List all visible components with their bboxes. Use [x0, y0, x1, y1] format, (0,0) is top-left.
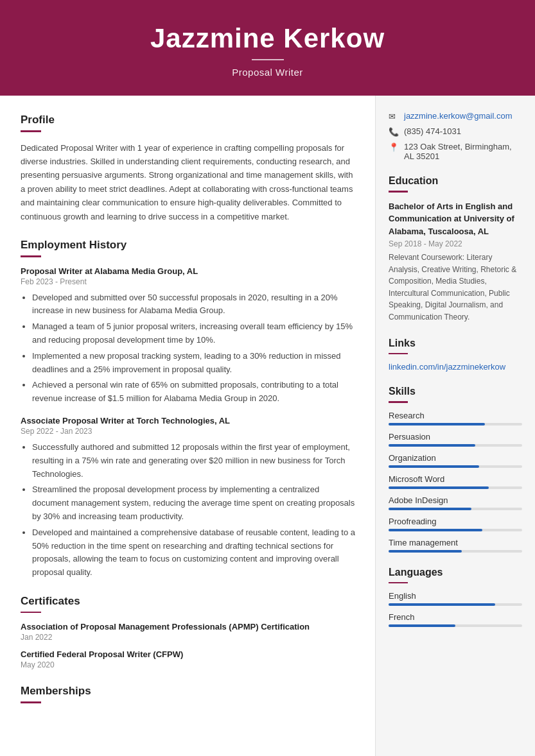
location-icon: 📍 — [389, 142, 399, 152]
job-2-bullet-2: Streamlined the proposal development pro… — [32, 483, 357, 523]
skill-item-5: Proofreading — [389, 517, 522, 531]
languages-list: English French — [389, 591, 522, 627]
skill-bar-fill-3 — [389, 486, 489, 489]
skills-list: Research Persuasion Organization Microso… — [389, 411, 522, 553]
employment-title: Employment History — [21, 239, 357, 252]
skill-item-1: Persuasion — [389, 432, 522, 447]
job-2: Associate Proposal Writer at Torch Techn… — [21, 416, 357, 580]
lang-bar-fill-1 — [389, 624, 455, 627]
contact-email: ✉ jazzmine.kerkow@gmail.com — [389, 111, 522, 121]
linkedin-link[interactable]: linkedin.com/in/jazzminekerkow — [389, 362, 505, 372]
skill-item-3: Microsoft Word — [389, 474, 522, 489]
job-2-dates: Sep 2022 - Jan 2023 — [21, 427, 357, 436]
email-link[interactable]: jazzmine.kerkow@gmail.com — [404, 111, 513, 121]
skill-item-2: Organization — [389, 453, 522, 468]
skill-name-1: Persuasion — [389, 432, 522, 442]
header-divider — [252, 59, 284, 60]
languages-section: Languages English French — [389, 567, 522, 628]
cert-1-date: Jan 2022 — [21, 633, 357, 642]
email-icon: ✉ — [389, 112, 399, 121]
profile-divider — [21, 130, 41, 132]
job-1-dates: Feb 2023 - Present — [21, 277, 357, 286]
cert-1: Association of Proposal Management Profe… — [21, 622, 357, 642]
contact-address: 📍 123 Oak Street, Birmingham, AL 35201 — [389, 142, 522, 161]
job-2-bullets: Successfully authored and submitted 12 p… — [21, 441, 357, 580]
lang-name-0: English — [389, 591, 522, 601]
job-2-bullet-3: Developed and maintained a comprehensive… — [32, 526, 357, 580]
languages-title: Languages — [389, 567, 522, 578]
body-layout: Profile Dedicated Proposal Writer with 1… — [0, 96, 535, 756]
memberships-title: Memberships — [21, 685, 357, 698]
education-divider — [389, 191, 408, 193]
skill-bar-fill-6 — [389, 550, 462, 553]
cert-2-title: Certified Federal Proposal Writer (CFPW) — [21, 649, 357, 659]
job-1-title: Proposal Writer at Alabama Media Group, … — [21, 266, 357, 276]
profile-text: Dedicated Proposal Writer with 1 year of… — [21, 141, 357, 224]
profile-title: Profile — [21, 114, 357, 126]
skill-bar-bg-3 — [389, 486, 522, 489]
job-1-bullet-3: Implemented a new proposal tracking syst… — [32, 350, 357, 377]
employment-section: Employment History Proposal Writer at Al… — [21, 239, 357, 580]
skill-name-0: Research — [389, 411, 522, 420]
contact-section: ✉ jazzmine.kerkow@gmail.com 📞 (835) 474-… — [389, 111, 522, 161]
skill-name-5: Proofreading — [389, 517, 522, 526]
skills-section: Skills Research Persuasion Organization … — [389, 386, 522, 553]
skill-bar-bg-2 — [389, 465, 522, 468]
links-section: Links linkedin.com/in/jazzminekerkow — [389, 338, 522, 372]
education-title: Education — [389, 175, 522, 187]
skill-name-4: Adobe InDesign — [389, 495, 522, 505]
contact-phone: 📞 (835) 474-1031 — [389, 126, 522, 137]
skill-bar-fill-5 — [389, 529, 482, 531]
skill-bar-bg-6 — [389, 550, 522, 553]
certificates-divider — [21, 612, 41, 614]
lang-bar-bg-0 — [389, 603, 522, 606]
profile-section: Profile Dedicated Proposal Writer with 1… — [21, 114, 357, 223]
left-column: Profile Dedicated Proposal Writer with 1… — [0, 96, 376, 756]
skill-bar-fill-2 — [389, 465, 479, 468]
right-column: ✉ jazzmine.kerkow@gmail.com 📞 (835) 474-… — [376, 96, 535, 756]
education-section: Education Bachelor of Arts in English an… — [389, 175, 522, 323]
header: Jazzmine Kerkow Proposal Writer — [0, 0, 535, 96]
edu-dates: Sep 2018 - May 2022 — [389, 239, 522, 248]
phone-icon: 📞 — [389, 127, 399, 137]
cert-2-date: May 2020 — [21, 660, 357, 669]
job-2-bullet-1: Successfully authored and submitted 12 p… — [32, 441, 357, 481]
lang-bar-bg-1 — [389, 624, 522, 627]
skills-title: Skills — [389, 386, 522, 397]
certificates-title: Certificates — [21, 595, 357, 608]
skill-bar-bg-1 — [389, 444, 522, 447]
skill-item-0: Research — [389, 411, 522, 425]
skill-item-4: Adobe InDesign — [389, 495, 522, 510]
skill-name-2: Organization — [389, 453, 522, 463]
cert-1-title: Association of Proposal Management Profe… — [21, 622, 357, 631]
skills-divider — [389, 401, 408, 403]
job-1: Proposal Writer at Alabama Media Group, … — [21, 266, 357, 406]
languages-divider — [389, 582, 408, 584]
lang-bar-fill-0 — [389, 603, 495, 606]
employment-divider — [21, 255, 41, 257]
skill-bar-fill-4 — [389, 508, 471, 510]
links-divider — [389, 353, 408, 355]
skill-name-3: Microsoft Word — [389, 474, 522, 484]
memberships-section: Memberships — [21, 685, 357, 703]
links-title: Links — [389, 338, 522, 349]
job-2-title: Associate Proposal Writer at Torch Techn… — [21, 416, 357, 425]
skill-item-6: Time management — [389, 538, 522, 553]
phone-text: (835) 474-1031 — [404, 126, 461, 136]
candidate-name: Jazzmine Kerkow — [13, 23, 522, 54]
job-1-bullet-1: Developed and submitted over 50 successf… — [32, 291, 357, 318]
job-1-bullet-4: Achieved a personal win rate of 65% on s… — [32, 379, 357, 406]
resume-container: Jazzmine Kerkow Proposal Writer Profile … — [0, 0, 535, 756]
job-1-bullets: Developed and submitted over 50 successf… — [21, 291, 357, 406]
skill-bar-fill-1 — [389, 444, 475, 447]
lang-name-1: French — [389, 612, 522, 622]
address-text: 123 Oak Street, Birmingham, AL 35201 — [404, 142, 522, 161]
certificates-section: Certificates Association of Proposal Man… — [21, 595, 357, 670]
edu-coursework: Relevant Coursework: Literary Analysis, … — [389, 252, 522, 323]
memberships-divider — [21, 701, 41, 703]
skill-bar-bg-4 — [389, 508, 522, 510]
skill-bar-bg-5 — [389, 529, 522, 531]
skill-bar-fill-0 — [389, 423, 485, 425]
skill-name-6: Time management — [389, 538, 522, 547]
cert-2: Certified Federal Proposal Writer (CFPW)… — [21, 649, 357, 669]
